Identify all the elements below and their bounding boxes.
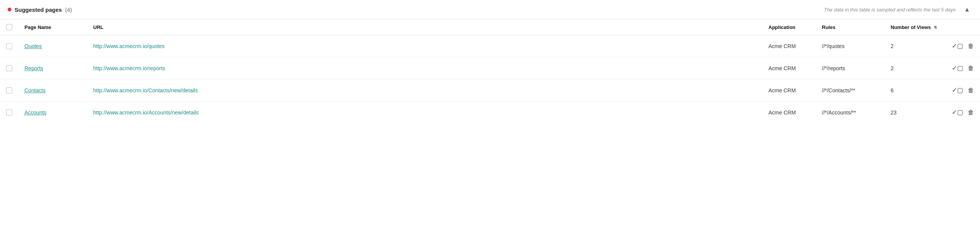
table-row: Contacts http://www.acmecrm.io/Contacts/… [0, 79, 980, 101]
row-rules: //*/quotes [816, 35, 885, 57]
approve-icon[interactable]: ✓▢ [952, 86, 963, 94]
url-link[interactable]: http://www.acmecrm.io/Accounts/new/detai… [93, 109, 199, 116]
row-views: 6 [885, 79, 946, 101]
row-checkbox-cell [0, 79, 18, 101]
header-checkbox-col [0, 19, 18, 35]
url-link[interactable]: http://www.acmecrm.io/quotes [93, 43, 165, 49]
row-actions: ✓▢ 🗑 [946, 101, 980, 124]
row-application: Acme CRM [762, 57, 816, 79]
row-checkbox[interactable] [6, 65, 12, 71]
section-header: Suggested pages (4) The data in this tab… [0, 0, 980, 19]
header-rules: Rules [816, 19, 885, 35]
row-checkbox-cell [0, 35, 18, 57]
url-link[interactable]: http://www.acmecrm.io/Contacts/new/detai… [93, 87, 198, 93]
table-row: Quotes http://www.acmecrm.io/quotes Acme… [0, 35, 980, 57]
page-name-link[interactable]: Accounts [24, 109, 47, 116]
section-title: Suggested pages [15, 6, 62, 13]
row-page-name: Accounts [18, 101, 87, 124]
row-rules: //*/reports [816, 57, 885, 79]
section-count: (4) [65, 6, 72, 13]
row-checkbox-cell [0, 57, 18, 79]
approve-icon[interactable]: ✓▢ [952, 108, 963, 116]
delete-icon[interactable]: 🗑 [968, 43, 974, 50]
table-row: Accounts http://www.acmecrm.io/Accounts/… [0, 101, 980, 124]
delete-icon[interactable]: 🗑 [968, 87, 974, 94]
row-application: Acme CRM [762, 101, 816, 124]
row-actions: ✓▢ 🗑 [946, 57, 980, 79]
collapse-button[interactable]: ▲ [962, 5, 972, 14]
url-link[interactable]: http://www.acmecrm.io/reports [93, 65, 165, 71]
row-checkbox[interactable] [6, 109, 12, 116]
header-application: Application [762, 19, 816, 35]
section-subtitle: The data in this table is sampled and re… [824, 7, 956, 13]
page-name-link[interactable]: Reports [24, 65, 43, 71]
row-url: http://www.acmecrm.io/reports [87, 57, 762, 79]
row-application: Acme CRM [762, 79, 816, 101]
delete-icon[interactable]: 🗑 [968, 109, 974, 116]
row-actions: ✓▢ 🗑 [946, 79, 980, 101]
suggested-pages-table: Page Name URL Application Rules Number o… [0, 19, 980, 123]
header-page-name: Page Name [18, 19, 87, 35]
select-all-checkbox[interactable] [6, 24, 12, 30]
approve-icon[interactable]: ✓▢ [952, 42, 963, 50]
approve-icon[interactable]: ✓▢ [952, 64, 963, 72]
row-url: http://www.acmecrm.io/quotes [87, 35, 762, 57]
row-page-name: Contacts [18, 79, 87, 101]
row-views: 2 [885, 35, 946, 57]
row-views: 2 [885, 57, 946, 79]
row-checkbox-cell [0, 101, 18, 124]
delete-icon[interactable]: 🗑 [968, 65, 974, 72]
header-actions [946, 19, 980, 35]
status-dot [8, 8, 11, 11]
table-header-row: Page Name URL Application Rules Number o… [0, 19, 980, 35]
header-left: Suggested pages (4) [8, 6, 72, 13]
page-name-link[interactable]: Contacts [24, 87, 45, 93]
header-right: The data in this table is sampled and re… [824, 5, 972, 14]
header-views: Number of Views ⇅ [885, 19, 946, 35]
row-rules: //*/Contacts/** [816, 79, 885, 101]
row-url: http://www.acmecrm.io/Accounts/new/detai… [87, 101, 762, 124]
suggested-pages-section: Suggested pages (4) The data in this tab… [0, 0, 980, 123]
header-url: URL [87, 19, 762, 35]
sort-icon[interactable]: ⇅ [934, 26, 937, 29]
page-name-link[interactable]: Quotes [24, 43, 42, 49]
row-checkbox[interactable] [6, 87, 12, 93]
row-views: 23 [885, 101, 946, 124]
row-url: http://www.acmecrm.io/Contacts/new/detai… [87, 79, 762, 101]
row-checkbox[interactable] [6, 43, 12, 49]
row-application: Acme CRM [762, 35, 816, 57]
row-rules: //*/Accounts/** [816, 101, 885, 124]
row-page-name: Reports [18, 57, 87, 79]
row-actions: ✓▢ 🗑 [946, 35, 980, 57]
table-row: Reports http://www.acmecrm.io/reports Ac… [0, 57, 980, 79]
row-page-name: Quotes [18, 35, 87, 57]
